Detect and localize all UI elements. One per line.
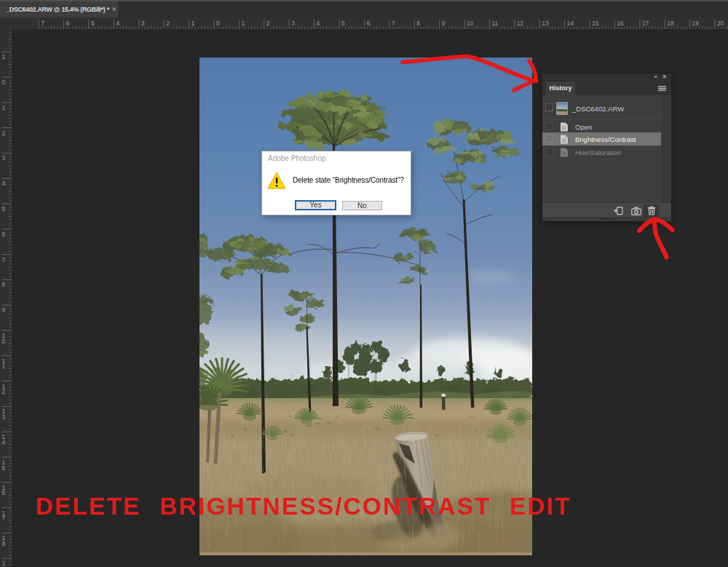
svg-text:16: 16: [617, 20, 624, 27]
svg-text:8: 8: [2, 281, 6, 288]
svg-text:1: 1: [191, 20, 195, 27]
svg-text:6: 6: [2, 231, 6, 238]
svg-text:1: 1: [2, 104, 6, 111]
svg-text:17: 17: [642, 20, 649, 27]
svg-text:3: 3: [2, 413, 6, 421]
svg-text:2: 2: [2, 130, 6, 137]
svg-text:0: 0: [2, 79, 6, 86]
svg-text:12: 12: [517, 20, 524, 27]
svg-text:0: 0: [2, 338, 6, 345]
svg-text:0: 0: [216, 20, 220, 27]
svg-text:9: 9: [442, 20, 446, 27]
svg-text:4: 4: [2, 439, 6, 446]
svg-text:2: 2: [166, 20, 170, 27]
svg-text:11: 11: [491, 20, 498, 27]
svg-text:15: 15: [592, 20, 599, 27]
svg-text:6: 6: [366, 20, 370, 27]
svg-text:5: 5: [2, 205, 6, 213]
svg-text:14: 14: [567, 20, 574, 27]
svg-text:20: 20: [717, 20, 724, 27]
svg-text:5: 5: [2, 464, 6, 472]
svg-text:1: 1: [2, 53, 6, 60]
svg-text:6: 6: [2, 489, 6, 496]
svg-text:13: 13: [542, 20, 549, 27]
svg-text:3: 3: [2, 154, 6, 162]
svg-text:8: 8: [2, 540, 6, 547]
svg-text:9: 9: [2, 306, 6, 314]
svg-text:4: 4: [116, 20, 119, 27]
svg-text:19: 19: [692, 20, 700, 27]
svg-text:8: 8: [416, 20, 420, 27]
svg-text:18: 18: [667, 20, 674, 27]
svg-text:3: 3: [141, 20, 145, 27]
svg-text:4: 4: [2, 180, 6, 187]
svg-text:10: 10: [467, 20, 474, 27]
svg-text:4: 4: [317, 20, 320, 27]
svg-text:1: 1: [2, 362, 6, 370]
svg-text:7: 7: [392, 20, 395, 27]
svg-text:7: 7: [2, 256, 6, 263]
svg-text:7: 7: [2, 515, 6, 522]
svg-text:1: 1: [241, 20, 245, 27]
svg-text:2: 2: [2, 388, 6, 395]
svg-text:2: 2: [266, 20, 270, 27]
svg-text:3: 3: [291, 20, 295, 27]
svg-text:6: 6: [66, 20, 70, 27]
svg-text:5: 5: [341, 20, 345, 27]
svg-text:7: 7: [41, 20, 44, 27]
svg-text:5: 5: [91, 20, 95, 27]
